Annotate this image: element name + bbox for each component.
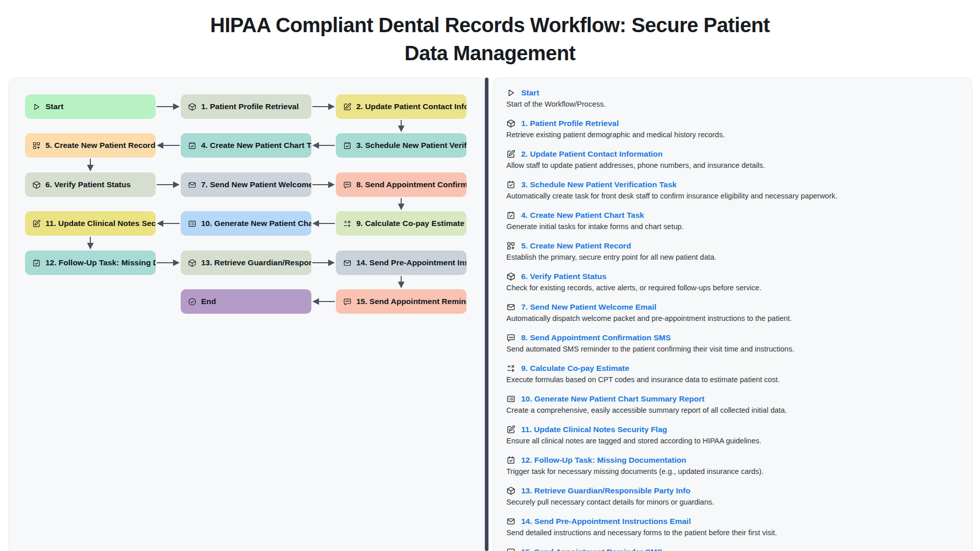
calendar-check-icon — [506, 180, 516, 189]
flow-node-n11[interactable]: 11. Update Clinical Notes Security Flag — [25, 211, 156, 236]
legend-item-head: 1. Patient Profile Retrieval — [506, 118, 959, 129]
legend-item-n15: SMS15. Send Appointment Reminder SMSSend… — [506, 546, 959, 551]
flow-node-n7[interactable]: 7. Send New Patient Welcome Email — [181, 172, 311, 197]
flow-node-end[interactable]: End — [181, 289, 311, 314]
legend-item-title[interactable]: 3. Schedule New Patient Verification Tas… — [521, 179, 677, 190]
flow-node-label: 4. Create New Patient Chart Task — [201, 141, 311, 150]
play-icon — [506, 88, 516, 97]
legend-item-title[interactable]: 9. Calculate Co-pay Estimate — [521, 363, 629, 373]
legend-item-title[interactable]: Start — [521, 87, 539, 98]
legend-item-title[interactable]: 7. Send New Patient Welcome Email — [521, 302, 656, 312]
flow-node-label: 12. Follow-Up Task: Missing Documentatio… — [45, 258, 156, 267]
legend-item-description: Automatically create task for front desk… — [506, 191, 959, 201]
legend-item-title[interactable]: 13. Retrieve Guardian/Responsible Party … — [521, 485, 691, 496]
legend-item-description: Ensure all clinical notes are tagged and… — [506, 436, 959, 446]
mail-icon — [506, 303, 516, 312]
svg-text:SMS: SMS — [509, 336, 513, 339]
legend-item-head: 4. Create New Patient Chart Task — [506, 210, 959, 220]
grid-add-icon — [506, 241, 516, 251]
sms-icon: SMS — [506, 333, 516, 342]
edit-icon — [32, 219, 41, 228]
flow-node-label: 15. Send Appointment Reminder SMS — [356, 297, 467, 306]
edit-icon — [343, 103, 352, 111]
flow-node-label: 1. Patient Profile Retrieval — [201, 102, 299, 111]
package-icon — [506, 486, 516, 495]
legend-item-start: StartStart of the Workflow/Process. — [506, 87, 959, 109]
legend-item-description: Send automated SMS reminder to the patie… — [506, 344, 959, 354]
flow-node-label: End — [201, 297, 216, 306]
legend-item-description: Check for existing records, active alert… — [506, 283, 959, 293]
legend-item-n8: SMS8. Send Appointment Confirmation SMSS… — [506, 332, 959, 354]
legend-item-head: 6. Verify Patient Status — [506, 271, 959, 282]
mail-icon — [343, 259, 352, 267]
legend-item-title[interactable]: 15. Send Appointment Reminder SMS — [521, 546, 663, 551]
flow-node-n15[interactable]: SMS15. Send Appointment Reminder SMS — [336, 289, 467, 314]
legend-item-n3: 3. Schedule New Patient Verification Tas… — [506, 179, 959, 201]
flow-node-n4[interactable]: 4. Create New Patient Chart Task — [181, 133, 311, 158]
flow-node-label: 6. Verify Patient Status — [45, 180, 131, 189]
legend-item-description: Securely pull necessary contact details … — [506, 497, 959, 507]
legend-item-description: Trigger task for necessary missing docum… — [506, 466, 959, 477]
legend-item-n11: 11. Update Clinical Notes Security FlagE… — [506, 424, 959, 446]
legend-item-title[interactable]: 2. Update Patient Contact Information — [521, 148, 663, 159]
legend-item-head: 9. Calculate Co-pay Estimate — [506, 363, 959, 373]
flow-node-n13[interactable]: 13. Retrieve Guardian/Responsible Party … — [181, 251, 311, 275]
legend-item-n1: 1. Patient Profile RetrievalRetrieve exi… — [506, 118, 959, 140]
legend-item-head: 5. Create New Patient Record — [506, 240, 959, 251]
legend-item-n10: 10. Generate New Patient Chart Summary R… — [506, 393, 959, 415]
flow-node-n9[interactable]: 9. Calculate Co-pay Estimate — [336, 211, 467, 236]
legend-item-n14: 14. Send Pre-Appointment Instructions Em… — [506, 516, 959, 538]
legend-item-n2: 2. Update Patient Contact InformationAll… — [506, 148, 959, 170]
legend-item-title[interactable]: 8. Send Appointment Confirmation SMS — [521, 332, 671, 343]
flow-node-n12[interactable]: 12. Follow-Up Task: Missing Documentatio… — [25, 251, 156, 275]
flow-node-n6[interactable]: 6. Verify Patient Status — [25, 172, 156, 197]
legend-item-description: Generate initial tasks for intake forms … — [506, 221, 959, 232]
legend-item-title[interactable]: 10. Generate New Patient Chart Summary R… — [521, 393, 704, 404]
legend-item-title[interactable]: 4. Create New Patient Chart Task — [521, 210, 644, 220]
flow-node-n10[interactable]: 10. Generate New Patient Chart Summary R… — [181, 211, 311, 236]
legend-item-head: 7. Send New Patient Welcome Email — [506, 302, 959, 312]
legend-item-title[interactable]: 1. Patient Profile Retrieval — [521, 118, 619, 129]
flow-node-n3[interactable]: 3. Schedule New Patient Verification Tas… — [336, 133, 467, 158]
legend-item-head: 2. Update Patient Contact Information — [506, 148, 959, 159]
flow-node-n8[interactable]: SMS8. Send Appointment Confirmation SMS — [336, 172, 467, 197]
grid-add-icon — [32, 141, 41, 150]
flow-node-start[interactable]: Start — [25, 94, 156, 119]
legend-item-title[interactable]: 6. Verify Patient Status — [521, 271, 606, 282]
legend-item-head: 14. Send Pre-Appointment Instructions Em… — [506, 516, 959, 527]
legend-item-description: Automatically dispatch welcome packet an… — [506, 313, 959, 323]
flow-node-n5[interactable]: 5. Create New Patient Record — [25, 133, 156, 158]
page-title: HIPAA Compliant Dental Records Workflow:… — [186, 0, 794, 67]
svg-text:SMS: SMS — [345, 183, 350, 186]
legend-item-title[interactable]: 11. Update Clinical Notes Security Flag — [521, 424, 667, 435]
flow-node-label: 2. Update Patient Contact Information — [356, 102, 467, 111]
list-card-icon — [188, 219, 197, 228]
flow-node-n2[interactable]: 2. Update Patient Contact Information — [336, 94, 467, 119]
flow-node-label: 8. Send Appointment Confirmation SMS — [356, 180, 467, 189]
flow-node-n14[interactable]: 14. Send Pre-Appointment Instructions Em… — [336, 251, 467, 275]
math-icon — [506, 364, 516, 373]
legend-item-description: Execute formulas based on CPT codes and … — [506, 374, 959, 385]
legend-item-head: 12. Follow-Up Task: Missing Documentatio… — [506, 455, 959, 465]
edit-icon — [506, 425, 516, 434]
calendar-check-icon — [32, 259, 41, 267]
panel-splitter-handle[interactable] — [485, 78, 488, 551]
legend-item-title[interactable]: 12. Follow-Up Task: Missing Documentatio… — [521, 455, 687, 465]
legend-item-head: 3. Schedule New Patient Verification Tas… — [506, 179, 959, 190]
legend-item-title[interactable]: 5. Create New Patient Record — [521, 240, 631, 251]
package-icon — [506, 272, 516, 281]
legend-item-n5: 5. Create New Patient RecordEstablish th… — [506, 240, 959, 262]
legend-item-description: Start of the Workflow/Process. — [506, 99, 959, 109]
mail-icon — [506, 517, 516, 526]
svg-text:SMS: SMS — [345, 300, 350, 303]
flow-node-label: 13. Retrieve Guardian/Responsible Party … — [201, 258, 311, 267]
edit-icon — [506, 149, 516, 159]
package-icon — [506, 119, 516, 128]
legend-item-title[interactable]: 14. Send Pre-Appointment Instructions Em… — [521, 516, 691, 527]
check-circle-icon — [188, 297, 197, 306]
legend-item-head: SMS15. Send Appointment Reminder SMS — [506, 546, 959, 551]
calendar-check-icon — [506, 211, 516, 220]
sms-icon: SMS — [343, 181, 352, 189]
mail-icon — [188, 181, 197, 189]
flow-node-n1[interactable]: 1. Patient Profile Retrieval — [181, 94, 311, 119]
